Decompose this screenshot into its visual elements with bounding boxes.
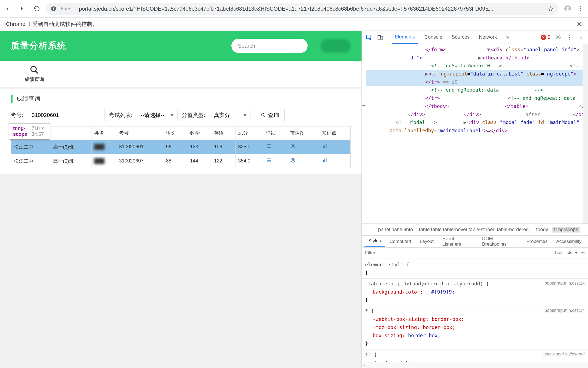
url-text: portal.sjedu.cn/score1/?HISCODE=1a5c794e… (79, 6, 544, 12)
color-swatch[interactable] (426, 290, 430, 294)
table-row[interactable]: 松江二中 高一(6)班 ███ 310020601 96 123 106 325… (11, 140, 351, 154)
dom-breadcrumbs[interactable]: … panel.panel-info table.table.table-hov… (362, 224, 588, 236)
dom-tree[interactable]: </form> ▼<div class="panel panel-info"> … (362, 44, 583, 224)
score-type-label: 分值类型: (182, 111, 205, 119)
svg-rect-24 (326, 158, 326, 162)
svg-point-1 (566, 7, 569, 9)
app-logo-text: 质量分析系统 (11, 40, 66, 52)
cls-toggle[interactable]: .cls (565, 250, 572, 256)
line-actions-icon[interactable]: ⋯ (362, 101, 365, 110)
address-bar[interactable]: 不安全 | portal.sjedu.cn/score1/?HISCODE=1a… (46, 3, 559, 15)
svg-point-2 (580, 6, 581, 7)
svg-point-21 (292, 159, 294, 161)
query-button[interactable]: 查询 (255, 109, 285, 121)
exam-list-select[interactable]: --请选择-- (137, 109, 177, 121)
css-source-link[interactable]: bootstrap.min.css:14 (544, 280, 585, 287)
page-content: 质量分析系统 Search 成绩查询 成绩查询 考号: 考试列表: --请选择-… (0, 31, 362, 368)
col-radar: 雷达图 (287, 126, 319, 140)
svg-point-12 (291, 144, 295, 148)
chrome-menu-icon[interactable] (577, 5, 584, 12)
profile-icon[interactable] (564, 5, 571, 12)
browser-toolbar: 不安全 | portal.sjedu.cn/score1/?HISCODE=1a… (0, 0, 588, 18)
svg-point-5 (31, 66, 36, 72)
infobar-close-icon[interactable]: ✕ (577, 20, 582, 28)
table-row[interactable]: 松江二中 高一(6)班 ███ 310020607 88 144 122 354… (11, 154, 351, 168)
search-icon (261, 112, 266, 118)
svg-rect-9 (267, 144, 271, 145)
svg-rect-15 (324, 145, 325, 148)
tab-computed[interactable]: Computed (386, 236, 415, 247)
svg-rect-18 (267, 160, 271, 161)
knowledge-icon[interactable] (319, 154, 350, 168)
col-math: 数学 (187, 126, 211, 140)
svg-line-8 (264, 116, 265, 117)
error-count-badge[interactable]: ✕2 (541, 34, 550, 40)
security-label: 不安全 (60, 6, 71, 11)
tab-network[interactable]: Network (476, 31, 500, 44)
back-button[interactable] (4, 5, 11, 12)
exam-id-label: 考号: (11, 111, 23, 119)
dom-scrollbar[interactable] (583, 44, 588, 224)
styles-filter-input[interactable] (365, 250, 551, 256)
results-table: tr.ng-scope 718 × 34.67 姓名 考号 语文 数学 英语 总… (11, 126, 351, 168)
inspect-element-icon[interactable] (365, 34, 373, 41)
detail-icon[interactable] (263, 154, 287, 168)
header-action-button[interactable] (321, 39, 351, 53)
exam-list-label: 考试列表: (109, 111, 133, 119)
tab-console[interactable]: Console (422, 31, 445, 44)
new-style-rule-icon[interactable]: + (575, 250, 578, 256)
col-name: 姓名 (91, 126, 116, 140)
tab-properties[interactable]: Properties (523, 236, 551, 247)
tab-styles[interactable]: Styles (365, 236, 385, 247)
css-source-link[interactable]: bootstrap.min.css:14 (544, 307, 585, 314)
tab-sources[interactable]: Sources (449, 31, 472, 44)
exam-id-input[interactable] (28, 109, 105, 121)
tab-layout[interactable]: Layout (416, 236, 437, 247)
col-total: 总分 (235, 126, 263, 140)
query-form: 考号: 考试列表: --请选择-- 分值类型: 真实分 查询 (11, 109, 351, 121)
svg-point-20 (291, 158, 295, 162)
tab-event-listeners[interactable]: Event Listeners (439, 236, 477, 247)
score-type-select[interactable]: 真实分 (210, 109, 250, 121)
svg-point-28 (557, 37, 559, 38)
devtools-menu-icon[interactable]: ⋮ (566, 34, 573, 41)
col-english: 英语 (211, 126, 235, 140)
tooltip-dimensions: 718 × 34.67 (32, 126, 46, 137)
css-rules-pane[interactable]: element.style { } bootstrap.min.css:14 .… (362, 258, 588, 362)
device-toggle-icon[interactable] (376, 34, 384, 41)
devtools-close-icon[interactable]: ✕ (577, 34, 585, 41)
sub-nav: 成绩查询 (0, 61, 362, 87)
svg-rect-11 (267, 147, 271, 148)
tab-dom-breakpoints[interactable]: DOM Breakpoints (478, 236, 522, 247)
svg-rect-14 (323, 146, 324, 148)
app-header: 质量分析系统 Search (0, 31, 362, 61)
hov-toggle[interactable]: :hov (554, 250, 562, 256)
col-chinese: 语文 (163, 126, 187, 140)
header-search-input[interactable]: Search (231, 39, 308, 53)
svg-rect-10 (267, 146, 271, 146)
insecure-icon (51, 6, 57, 12)
css-pane-h-scrollbar[interactable]: ‹ (362, 362, 588, 368)
col-detail: 详细 (263, 126, 287, 140)
tab-accessibility[interactable]: Accessibility (552, 236, 585, 247)
tab-elements[interactable]: Elements (392, 31, 418, 44)
devtools-settings-icon[interactable] (554, 34, 562, 41)
radar-icon[interactable] (287, 140, 319, 154)
panel-title: 成绩查询 (16, 95, 40, 103)
reload-button[interactable] (33, 5, 40, 12)
search-icon (30, 65, 39, 74)
element-hover-tooltip: tr.ng-scope 718 × 34.67 (9, 123, 50, 140)
radar-icon[interactable] (287, 154, 319, 168)
devtools-top-bar: Elements Console Sources Network » ✕2 ⋮ … (362, 31, 588, 44)
tabs-overflow-icon[interactable]: » (503, 31, 512, 44)
svg-point-13 (292, 145, 294, 147)
tab-score-query[interactable]: 成绩查询 (11, 65, 58, 83)
knowledge-icon[interactable] (319, 140, 350, 154)
star-icon[interactable] (548, 6, 554, 12)
svg-rect-23 (324, 159, 325, 162)
styles-pane-menu-icon[interactable]: ▭ (580, 250, 585, 256)
css-source-ua: user agent stylesheet (543, 351, 585, 358)
forward-button[interactable] (19, 5, 26, 12)
svg-line-6 (35, 71, 38, 73)
detail-icon[interactable] (263, 140, 287, 154)
